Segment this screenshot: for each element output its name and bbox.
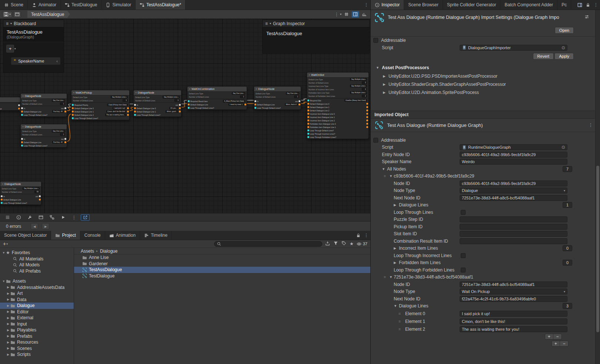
output-port[interactable] [64,107,66,109]
node-title-bar[interactable]: ≡DialogueNode [134,90,181,95]
text-field[interactable] [460,216,567,222]
tab-timeline[interactable]: Timeline [140,231,172,240]
foldout-closed-icon[interactable]: ▶ [6,334,10,338]
node-title-bar[interactable]: ≡WaitOnSlot [307,73,369,78]
play-button[interactable] [59,214,67,221]
input-port[interactable] [307,133,309,135]
tab-animator[interactable]: Animator [28,0,61,10]
node-title-bar[interactable]: ≡WaitOnCombination [187,87,247,92]
graph-node-dialogue-3[interactable]: ≡DialogueNodeDefault Line TypeSay Multip… [133,90,181,117]
input-port[interactable] [307,126,309,128]
array-size-field[interactable]: 0 [563,260,572,266]
tree-favorites-root[interactable]: ▼★Favorites [0,250,74,256]
text-field[interactable] [460,224,567,230]
field-value[interactable]: 1 [294,95,299,98]
graph-node-wait-on-combination[interactable]: ≡WaitOnCombinationDefault Line TypeSay O… [187,86,247,110]
output-port[interactable] [366,116,368,118]
text-field[interactable]: Cmon, don't be like this! [460,318,567,324]
input-port[interactable] [72,107,74,109]
collapse-icon[interactable]: ▾ [10,22,12,25]
node-port-row[interactable]: Default Dialogue LineMmm, that's it! [254,103,301,106]
foldout-closed-icon[interactable]: ▶ [383,74,386,78]
add-element-button[interactable]: + [545,334,553,339]
remove-element-button[interactable]: − [553,334,561,339]
node-port-row[interactable]: Loop Through Default Lines? [307,129,369,132]
list-button[interactable] [3,214,12,221]
node-field-row[interactable]: Forbidden Item Line TypeSay Multiple Lin… [307,91,369,94]
input-port[interactable] [72,114,74,116]
output-port[interactable] [127,111,129,112]
output-port[interactable] [127,114,129,116]
field-value[interactable]: 3 [362,88,367,91]
tree-assets-root[interactable]: ▼Assets [0,278,74,284]
lock-button[interactable] [584,0,592,10]
port-value-field[interactable]: I said pick it up! [113,107,126,109]
node-port-row[interactable]: Default Dialogue Line 1 [307,105,369,109]
node-port-row[interactable]: Default Dialogue Line 1Mmm, good... [134,110,181,113]
field-dropdown[interactable]: Say Multiple Lines▾ [111,96,128,98]
input-port[interactable] [134,114,136,116]
tree-folder-resources[interactable]: ▶Resources [0,339,74,346]
star-button[interactable]: ★ [350,241,354,246]
tab-console[interactable]: Console [80,231,105,240]
node-title-bar[interactable]: ≡DialogueNode [21,94,67,99]
node-port-row[interactable]: Loop Through Default Lines? [187,106,247,109]
input-port[interactable] [307,109,309,111]
node-field-row[interactable]: Default Line TypeSay Multiple Lines▾ [71,95,129,99]
graph-canvas[interactable]: ≡StartNodeoutDialogue≡DialogueNodeDefaul… [0,19,370,221]
scrollbar-thumb[interactable] [596,166,599,332]
breadcrumb-root[interactable]: Assets [81,249,94,254]
node-port-row[interactable]: Inout [0,195,41,198]
input-port[interactable] [307,136,309,138]
inspector-scrollbar[interactable] [595,10,600,364]
drag-handle-icon[interactable]: = [399,327,400,331]
foldout-closed-icon[interactable]: ▶ [6,304,10,307]
blackboard-header[interactable]: ≡ ▾ Blackboard [3,20,64,27]
input-port[interactable] [254,107,256,109]
asset-item-testdialogue[interactable]: TestDialogue [74,273,370,279]
tree-folder-input[interactable]: ▶Input [0,321,74,327]
node-port-row[interactable]: Incorrect Item Dialogue Line 2 [307,119,369,122]
graph-node-dialogue-4[interactable]: ≡DialogueNodeDefault Line TypeSay One Li… [254,86,301,110]
input-port[interactable] [21,145,23,146]
node-field-row[interactable]: Default Line TypeSay One Line▾ [187,92,247,95]
foldout-closed-icon[interactable]: ▶ [6,310,10,313]
flow-button[interactable] [47,214,56,221]
tree-favorite-all-models[interactable]: All Models [0,262,74,268]
kebab-button[interactable]: ⋮ [70,214,79,221]
tab-scene[interactable]: Scene [0,0,28,10]
node-field-row[interactable]: Number of Default Lines1 [187,95,247,98]
graph-edge[interactable] [301,99,307,100]
node-port-row[interactable]: out [0,104,20,107]
field-dropdown[interactable]: Say Multiple Lines▾ [23,187,40,190]
graph-node-dialogue-5[interactable]: ≡DialogueNodeDefault Line TypeSay Multip… [0,181,41,205]
foldout-open-icon[interactable]: ▼ [389,275,393,279]
node-port-row[interactable]: Default Dialogue LineI need my meat :) [187,103,247,106]
blackboard-property-speakername[interactable]: “ SpeakerName ‹ [11,57,61,65]
text-field[interactable]: Weirdo [460,159,567,165]
property-checkbox[interactable] [461,253,466,258]
kebab-button[interactable]: ⋮ [592,0,600,10]
node-port-row[interactable]: Default Dialogue Line 2The ass is waitin… [71,113,129,117]
input-port[interactable] [254,104,256,105]
output-port[interactable] [179,111,181,112]
lock-button[interactable] [354,231,362,240]
node-port-row[interactable]: Default Dialogue Line 0 [307,102,369,105]
foldout-closed-icon[interactable]: ▶ [6,292,10,295]
input-port[interactable] [188,107,190,109]
add-property-button[interactable]: + [6,45,14,53]
text-field[interactable]: The ass is waiting there for you! [460,326,567,332]
node-port-row[interactable]: Inout [21,107,67,110]
field-value[interactable]: 3 [362,81,367,84]
field-dropdown[interactable]: Say Multiple Lines▾ [350,85,367,87]
node-port-row[interactable]: Default Dialogue Line 0Oh yes... [134,107,181,110]
output-port[interactable] [179,104,181,106]
blackboard-panel[interactable]: ≡ ▾ Blackboard TestAssDialogue (Dialogue… [3,20,64,73]
node-port-row[interactable]: Loop Through Default Lines? [71,117,129,120]
tab-sprite-collider-generator[interactable]: Sprite Collider Generator [443,0,501,10]
graph-edge[interactable] [301,102,307,104]
field-value[interactable]: 1 [60,102,65,105]
input-port[interactable] [307,113,309,115]
create-asset-button[interactable]: +▾ [3,241,8,247]
foldout-closed-icon[interactable]: ▶ [6,322,10,326]
